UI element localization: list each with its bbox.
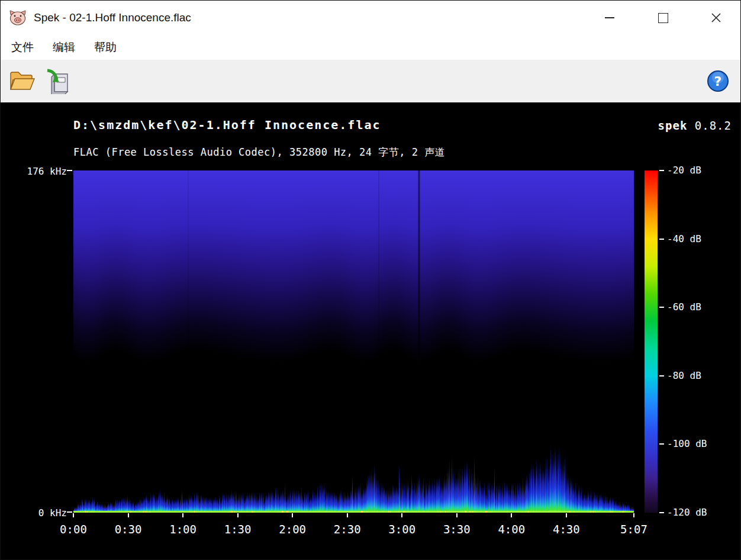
- file-path: D:\smzdm\kef\02-1.Hoff Innocence.flac: [73, 118, 381, 132]
- help-icon: ?: [707, 70, 729, 92]
- time-tick: [347, 513, 348, 517]
- app-version-number: 0.8.2: [695, 119, 732, 132]
- open-file-button[interactable]: [7, 64, 37, 98]
- window-title: Spek - 02-1.Hoff Innocence.flac: [34, 11, 191, 24]
- save-icon: [45, 68, 72, 94]
- y-axis-tick-bottom: [67, 511, 72, 513]
- time-tick: [511, 513, 512, 517]
- time-label: 4:30: [553, 523, 580, 536]
- time-tick: [633, 513, 634, 517]
- db-label: -80 dB: [667, 370, 701, 381]
- y-axis-tick-top: [67, 170, 72, 171]
- db-tick: [659, 512, 664, 513]
- db-label: -40 dB: [667, 233, 701, 244]
- toolbar: ?: [1, 60, 740, 102]
- db-label: -120 dB: [667, 507, 707, 518]
- close-button[interactable]: [703, 4, 730, 31]
- db-label: -20 dB: [667, 165, 701, 176]
- time-label: 2:00: [279, 523, 306, 536]
- menu-edit[interactable]: 编辑: [44, 37, 83, 57]
- help-button[interactable]: ?: [703, 64, 733, 98]
- close-icon: [711, 12, 721, 23]
- spek-window: Spek - 02-1.Hoff Innocence.flac 文件 编辑 帮助: [0, 0, 741, 560]
- maximize-button[interactable]: [649, 4, 676, 31]
- titlebar[interactable]: Spek - 02-1.Hoff Innocence.flac: [1, 1, 740, 35]
- time-label: 2:30: [334, 523, 361, 536]
- spectrogram-canvas: [73, 170, 634, 513]
- app-version: spek 0.8.2: [658, 119, 732, 132]
- menu-help[interactable]: 帮助: [86, 37, 125, 57]
- freq-min-label: 0 kHz: [1, 507, 67, 519]
- time-tick: [292, 513, 293, 517]
- minimize-icon: [605, 17, 614, 18]
- time-tick: [237, 513, 239, 517]
- minimize-button[interactable]: [596, 4, 623, 31]
- db-tick: [659, 307, 664, 308]
- time-label: 0:30: [115, 523, 142, 536]
- format-info: FLAC (Free Lossless Audio Codec), 352800…: [73, 146, 445, 159]
- freq-max-label: 176 kHz: [1, 166, 67, 177]
- db-tick: [659, 170, 664, 171]
- time-tick: [566, 513, 567, 517]
- time-label: 3:00: [388, 523, 415, 536]
- db-tick: [659, 375, 664, 376]
- time-label: 1:30: [224, 523, 252, 536]
- window-controls: [596, 1, 740, 35]
- open-folder-icon: [8, 69, 36, 94]
- time-tick: [456, 513, 458, 517]
- db-tick: [659, 239, 664, 240]
- db-label: -100 dB: [667, 438, 707, 449]
- maximize-icon: [658, 13, 668, 23]
- time-tick: [182, 513, 183, 517]
- time-tick: [73, 513, 74, 517]
- svg-text:?: ?: [714, 74, 722, 89]
- time-label: 4:00: [498, 523, 525, 536]
- db-colorbar: [645, 170, 658, 513]
- menubar: 文件 编辑 帮助: [1, 35, 740, 60]
- time-label: 0:00: [60, 523, 87, 536]
- db-tick: [659, 443, 664, 445]
- time-label: 3:30: [443, 523, 471, 536]
- db-label: -60 dB: [667, 301, 701, 313]
- menu-file[interactable]: 文件: [3, 37, 42, 57]
- spek-pig-logo-icon: [9, 9, 27, 26]
- app-name: spek: [658, 119, 688, 132]
- time-label: 1:00: [169, 523, 196, 536]
- time-tick: [128, 513, 129, 517]
- save-button[interactable]: [43, 64, 74, 98]
- time-label: 5:07: [620, 523, 647, 536]
- time-tick: [401, 513, 402, 517]
- spectrogram-panel: D:\smzdm\kef\02-1.Hoff Innocence.flac sp…: [1, 102, 740, 559]
